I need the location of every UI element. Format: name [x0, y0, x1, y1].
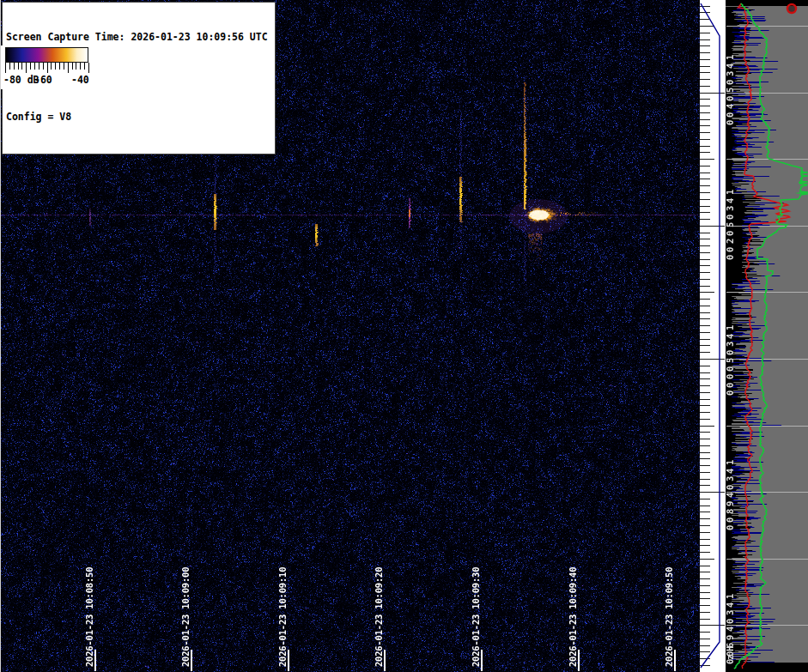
colorbar-major-ticks [5, 63, 89, 73]
time-axis-tick [384, 650, 386, 671]
time-axis-label: 2026-01-23 10:08:50 [84, 567, 94, 667]
freq-axis-unit: Hz [725, 645, 735, 661]
time-axis-label: 2026-01-23 10:09:10 [277, 567, 288, 667]
time-axis-tick [288, 650, 289, 671]
config-text: Config = V8 [6, 111, 271, 124]
colorbar-label-60db: -60 [34, 74, 52, 86]
spectrum-lab-window: Screen Capture Time: 2026-01-23 10:09:56… [0, 0, 808, 672]
time-axis-tick [94, 650, 96, 671]
capture-time-text: Screen Capture Time: 2026-01-23 10:09:56… [6, 31, 271, 45]
freq-axis-label: 143050000 [725, 324, 735, 397]
time-axis-label: 2026-01-23 10:09:40 [568, 567, 578, 667]
time-axis-tick [191, 650, 192, 671]
freq-axis-label: 143050400 [725, 53, 735, 127]
time-axis-tick [481, 650, 483, 671]
amplitude-colorbar: -80 dB -60 -40 [1, 45, 93, 89]
colorbar-label-40db: -40 [71, 74, 89, 86]
freq-axis-label: 143050200 [725, 188, 735, 262]
time-axis-label: 2026-01-23 10:09:00 [180, 567, 191, 667]
time-axis-label: 2026-01-23 10:09:20 [374, 567, 384, 667]
colorbar-gradient [5, 47, 88, 63]
time-axis-label: 2026-01-23 10:09:50 [664, 567, 674, 667]
time-axis-tick [674, 650, 676, 671]
time-axis-label: 2026-01-23 10:09:30 [471, 567, 481, 667]
time-axis-tick [578, 650, 580, 671]
freq-axis-label: 143049800 [725, 458, 735, 532]
